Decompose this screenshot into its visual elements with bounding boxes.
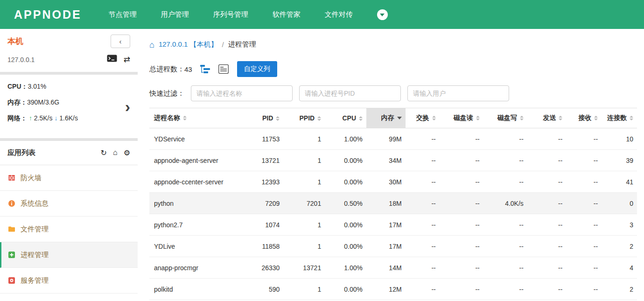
cell: 1 — [283, 128, 325, 150]
sidebar-item-4[interactable]: 进程管理 — [0, 242, 138, 268]
cell: -- — [483, 279, 527, 300]
cell: -- — [406, 257, 440, 279]
cell: -- — [566, 171, 602, 193]
cell: -- — [440, 214, 483, 236]
cell: -- — [566, 128, 602, 150]
sort-icon — [432, 116, 436, 120]
filter-input-2[interactable] — [299, 85, 401, 101]
cell: 4 — [602, 257, 637, 279]
appnode-logo[interactable]: APPNODE — [14, 8, 82, 21]
sort-icon — [276, 116, 280, 121]
table-row-3[interactable]: appnode-ccenter-server1239310.00%30M----… — [149, 171, 637, 193]
cell: -- — [406, 236, 440, 257]
info-icon — [8, 200, 15, 207]
column-header-2[interactable]: PID — [239, 108, 283, 128]
host-stats-panel[interactable]: CPU：3.01% 内存：390M/3.6G 网络： ↑ 2.5K/s ↓ 1.… — [0, 75, 138, 138]
terminal-icon[interactable] — [107, 55, 117, 64]
quick-filter-row: 快速过滤： — [149, 85, 637, 101]
cell: -- — [440, 193, 483, 214]
nav-more-button[interactable] — [377, 9, 388, 20]
nav-item-2[interactable]: 用户管理 — [161, 10, 189, 19]
sort-icon — [359, 116, 363, 121]
column-header-7[interactable]: 磁盘读 — [440, 108, 483, 128]
column-header-3[interactable]: PPID — [283, 108, 325, 128]
app-root: APPNODE 节点管理用户管理序列号管理软件管家文件对传 本机 ‹ 127.0… — [0, 0, 644, 301]
nav-menu: 节点管理用户管理序列号管理软件管家文件对传 — [109, 10, 377, 19]
column-header-4[interactable]: CPU — [325, 108, 366, 128]
column-label: PID — [262, 114, 273, 122]
column-header-8[interactable]: 磁盘写 — [483, 108, 527, 128]
host-ip: 127.0.0.1 — [7, 56, 35, 63]
app-item-label: 文件管理 — [21, 225, 49, 234]
cell: 13721 — [283, 257, 325, 279]
nav-item-3[interactable]: 序列号管理 — [213, 10, 248, 19]
column-header-11[interactable]: 连接数 — [602, 108, 637, 128]
gear-icon[interactable]: ⚙ — [124, 148, 130, 157]
sidebar-item-3[interactable]: 文件管理 — [0, 217, 138, 242]
filter-inputs — [191, 85, 509, 101]
breadcrumb-host-link[interactable]: 127.0.0.1 【本机】 — [159, 40, 218, 49]
breadcrumb-current: 进程管理 — [228, 40, 256, 49]
customize-columns-button[interactable]: 自定义列 — [237, 61, 277, 77]
sidebar-collapse-button[interactable]: ‹ — [111, 35, 130, 48]
stats-expand-chevron[interactable]: › — [125, 98, 130, 114]
app-item-label: 进程管理 — [21, 251, 49, 259]
table-row-2[interactable]: appnode-agent-server1372110.00%34M------… — [149, 150, 637, 171]
cell: 1 — [283, 171, 325, 193]
sidebar-item-1[interactable]: 防火墙 — [0, 165, 138, 191]
refresh-icon[interactable]: ↻ — [101, 148, 107, 157]
table-row-6[interactable]: YDLive1185810.00%17M----------2 — [149, 236, 637, 257]
sort-icon — [476, 116, 480, 120]
nav-item-5[interactable]: 文件对传 — [325, 10, 353, 19]
filter-input-3[interactable] — [407, 85, 509, 101]
column-label: PPID — [300, 114, 315, 122]
home-icon[interactable]: ⌂ — [113, 148, 118, 157]
tree-view-icon[interactable] — [200, 64, 211, 74]
cell: -- — [527, 236, 567, 257]
breadcrumb-home-icon[interactable]: ⌂ — [149, 41, 154, 49]
cpu-stat: CPU：3.01% — [7, 83, 130, 91]
cell: -- — [406, 193, 440, 214]
filter-input-1[interactable] — [191, 85, 293, 101]
firewall-icon — [8, 174, 15, 182]
detail-list-icon[interactable] — [218, 64, 229, 74]
cell: appnode-ccenter-server — [149, 171, 239, 193]
cell: 590 — [239, 279, 283, 300]
cell: appnode-agent-server — [149, 150, 239, 171]
cell: 26330 — [239, 257, 283, 279]
nav-item-1[interactable]: 节点管理 — [109, 10, 137, 19]
quick-filter-label: 快速过滤： — [149, 89, 184, 98]
cell: 14M — [366, 257, 406, 279]
column-header-9[interactable]: 发送 — [527, 108, 567, 128]
column-header-10[interactable]: 接收 — [566, 108, 602, 128]
cell: -- — [406, 279, 440, 300]
folder-icon — [8, 225, 15, 233]
table-row-1[interactable]: YDService1175311.00%99M----------10 — [149, 128, 637, 150]
main-layout: 本机 ‹ 127.0.0.1 ⇄ CPU：3.01% 内存：390M/3.6G — [0, 29, 644, 301]
table-row-5[interactable]: python2.7107410.00%17M----------3 — [149, 214, 637, 236]
app-item-label: 防火墙 — [21, 174, 42, 182]
column-label: 交换 — [416, 114, 429, 121]
table-header-row: 进程名称PIDPPIDCPU内存交换磁盘读磁盘写发送接收连接数 — [149, 108, 637, 128]
table-row-8[interactable]: polkitd59010.00%12M----------2 — [149, 279, 637, 300]
transfer-icon[interactable]: ⇄ — [124, 55, 130, 64]
nav-item-4[interactable]: 软件管家 — [273, 10, 301, 19]
cell: 11858 — [239, 236, 283, 257]
column-header-1[interactable]: 进程名称 — [149, 108, 239, 128]
cell: -- — [440, 279, 483, 300]
cell: -- — [440, 257, 483, 279]
column-header-5[interactable]: 内存 — [366, 108, 406, 128]
cell: -- — [527, 150, 567, 171]
cell: 1 — [283, 214, 325, 236]
table-row-4[interactable]: python720972010.50%18M----4.0K/s----0 — [149, 193, 637, 214]
sidebar-item-5[interactable]: 服务管理 — [0, 268, 138, 294]
cell: -- — [440, 236, 483, 257]
table-row-7[interactable]: anapp-procmgr26330137211.00%14M---------… — [149, 257, 637, 279]
cell: 17M — [366, 236, 406, 257]
network-up-value: 2.5K/s — [34, 114, 53, 122]
column-header-6[interactable]: 交换 — [406, 108, 440, 128]
sidebar-item-2[interactable]: 系统信息 — [0, 191, 138, 217]
cell: -- — [483, 150, 527, 171]
table-body: YDService1175311.00%99M----------10appno… — [149, 128, 637, 300]
cell: 30M — [366, 171, 406, 193]
